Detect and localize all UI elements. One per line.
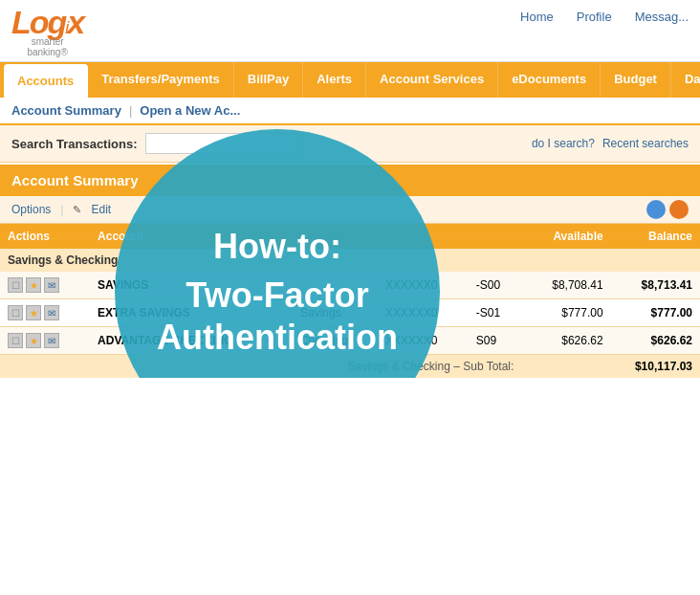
logo: Logix smarter banking®	[11, 6, 83, 57]
row3-suffix: S09	[469, 327, 522, 355]
nav-item-da[interactable]: Da...	[671, 62, 700, 98]
col-available: Available	[521, 224, 610, 249]
toolbar-edit[interactable]: Edit	[91, 203, 111, 216]
star-icon-1[interactable]: ★	[26, 277, 41, 293]
search-bar: Search Transactions: do I search? Recent…	[0, 125, 700, 163]
row2-balance: $777.00	[611, 299, 700, 327]
table-row: ☐ ★ ✉ EXTRA SAVINGS Savings XXXXXX0 -S01…	[0, 299, 700, 327]
subtotal-row: Savings & Checking – Sub Total: $10,117.…	[0, 355, 700, 379]
section-savings-checking: Savings & Checking	[0, 249, 700, 272]
row1-actions: ☐ ★ ✉	[0, 272, 90, 299]
nav-item-budget[interactable]: Budget	[601, 62, 671, 98]
row3-type: Checking	[293, 327, 378, 355]
top-nav: Home Profile Messag...	[520, 6, 689, 24]
nav-item-billpay[interactable]: BillPay	[234, 62, 303, 98]
top-nav-messages[interactable]: Messag...	[635, 10, 689, 24]
toolbar-divider: |	[60, 203, 63, 216]
row3-balance: $626.62	[611, 327, 700, 355]
nav-item-alerts[interactable]: Alerts	[303, 62, 366, 98]
mail-icon-1[interactable]: ✉	[44, 277, 59, 293]
row1-balance: $8,713.41	[611, 272, 700, 299]
accounts-table: Actions Account Available Balance Saving…	[0, 224, 700, 378]
checkbox-icon-1[interactable]: ☐	[8, 277, 23, 293]
action-icons-1: ☐ ★ ✉	[8, 277, 82, 293]
table-row: ☐ ★ ✉ SAVINGS XXXXXX0 -S00 $8,708.41 $8,…	[0, 272, 700, 299]
nav-item-edocuments[interactable]: eDocuments	[498, 62, 601, 98]
action-icons-3: ☐ ★ ✉	[8, 333, 82, 348]
star-icon-3[interactable]: ★	[26, 333, 41, 348]
mail-icon-2[interactable]: ✉	[44, 305, 59, 320]
logo-tagline: smarter banking®	[27, 36, 67, 57]
row3-account-name[interactable]: ADVANTAGE CHECKING	[90, 327, 293, 355]
top-nav-profile[interactable]: Profile	[577, 10, 612, 24]
row2-available: $777.00	[521, 299, 610, 327]
subtotal-value: $10,117.03	[521, 355, 700, 379]
row2-actions: ☐ ★ ✉	[0, 299, 90, 327]
row2-num: XXXXXX0	[378, 299, 469, 327]
row3-num: XXXXXX0	[378, 327, 469, 355]
search-input[interactable]	[145, 133, 298, 154]
row1-available: $8,708.41	[521, 272, 610, 299]
breadcrumb-account-summary[interactable]: Account Summary	[11, 103, 121, 118]
top-bar: Logix smarter banking® Home Profile Mess…	[0, 0, 700, 62]
nav-item-accounts[interactable]: Accounts	[4, 64, 88, 98]
row2-suffix: -S01	[469, 299, 522, 327]
globe-icon	[646, 200, 666, 219]
nav-item-account-services[interactable]: Account Services	[366, 62, 498, 98]
col-account: Account	[90, 224, 293, 249]
col-suffix	[469, 224, 522, 249]
search-links: do I search? Recent searches	[532, 137, 689, 150]
row3-available: $626.62	[521, 327, 610, 355]
mail-icon-3[interactable]: ✉	[44, 333, 59, 348]
action-icons-2: ☐ ★ ✉	[8, 305, 82, 320]
checkbox-icon-2[interactable]: ☐	[8, 305, 23, 320]
checkbox-icon-3[interactable]: ☐	[8, 333, 23, 348]
logo-text: Logix	[11, 6, 83, 38]
row3-actions: ☐ ★ ✉	[0, 327, 90, 355]
refresh-icon	[669, 200, 689, 219]
col-balance: Balance	[611, 224, 700, 249]
summary-toolbar: Options | ✎ Edit	[0, 196, 700, 224]
row1-type	[293, 272, 378, 299]
row1-num: XXXXXX0	[378, 272, 469, 299]
col-actions: Actions	[0, 224, 90, 249]
search-label: Search Transactions:	[11, 137, 138, 151]
breadcrumb: Account Summary | Open a New Ac...	[0, 98, 700, 125]
col-num	[378, 224, 469, 249]
subtotal-label: Savings & Checking – Sub Total:	[0, 355, 521, 379]
account-summary-header: Account Summary	[0, 165, 700, 196]
toolbar-options[interactable]: Options	[11, 203, 51, 216]
search-recent-link[interactable]: Recent searches	[602, 137, 689, 150]
table-row: ☐ ★ ✉ ADVANTAGE CHECKING Checking XXXXXX…	[0, 327, 700, 355]
top-nav-home[interactable]: Home	[520, 10, 554, 24]
nav-item-transfers[interactable]: Transfers/Payments	[88, 62, 234, 98]
edit-icon: ✎	[73, 204, 81, 216]
row1-account-name[interactable]: SAVINGS	[90, 272, 293, 299]
search-help-link[interactable]: do I search?	[532, 137, 595, 150]
main-nav: Accounts Transfers/Payments BillPay Aler…	[0, 62, 700, 98]
row2-account-name[interactable]: EXTRA SAVINGS	[90, 299, 293, 327]
breadcrumb-open-account[interactable]: Open a New Ac...	[140, 103, 240, 118]
row1-suffix: -S00	[469, 272, 522, 299]
star-icon-2[interactable]: ★	[26, 305, 41, 320]
col-type	[293, 224, 378, 249]
row2-type: Savings	[293, 299, 378, 327]
breadcrumb-divider: |	[129, 103, 132, 118]
